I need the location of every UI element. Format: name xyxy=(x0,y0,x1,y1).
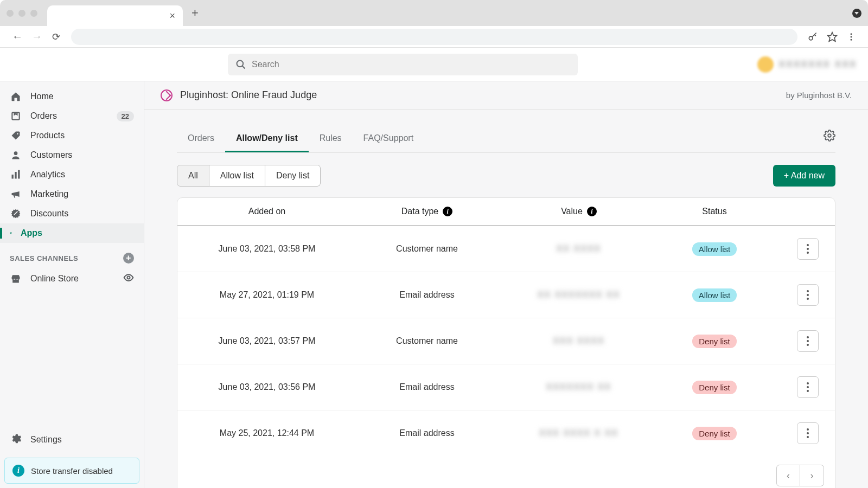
star-icon[interactable] xyxy=(822,31,842,42)
sidebar-item-analytics[interactable]: Analytics xyxy=(0,165,144,184)
sidebar-item-label: Products xyxy=(30,131,65,140)
cell-status: Deny list xyxy=(655,427,774,440)
filter-deny[interactable]: Deny list xyxy=(265,165,321,187)
col-value: Valuei xyxy=(503,207,655,216)
cell-value: XX XXXXXXX XX xyxy=(503,290,655,300)
sidebar-item-orders[interactable]: Orders 22 xyxy=(0,106,144,126)
svg-point-5 xyxy=(237,60,244,67)
new-tab-button[interactable]: + xyxy=(192,6,199,20)
address-bar[interactable] xyxy=(71,29,797,45)
content-area: Pluginhost: Online Fraud Judge by Plugin… xyxy=(144,81,868,488)
status-badge: Deny list xyxy=(692,381,737,394)
settings-label: Settings xyxy=(30,435,62,445)
key-icon[interactable] xyxy=(803,31,822,42)
back-button[interactable]: ← xyxy=(8,30,27,43)
info-icon[interactable]: i xyxy=(587,207,597,216)
sidebar-item-online-store[interactable]: Online Store xyxy=(0,268,144,290)
sidebar-item-label: Customers xyxy=(30,150,72,160)
cell-value: XXX XXXX X XX xyxy=(503,428,655,438)
status-badge: Deny list xyxy=(692,427,737,440)
sidebar-item-customers[interactable]: Customers xyxy=(0,145,144,165)
discount-icon xyxy=(10,208,22,219)
sidebar-item-label: Discounts xyxy=(30,209,68,219)
svg-point-3 xyxy=(851,36,852,37)
sidebar-item-marketing[interactable]: Marketing xyxy=(0,184,144,204)
sidebar-item-apps[interactable]: Apps xyxy=(0,223,144,243)
sidebar-item-discounts[interactable]: Discounts xyxy=(0,204,144,223)
store-transfer-banner[interactable]: i Store transfer disabled xyxy=(4,458,139,484)
sidebar-item-products[interactable]: Products xyxy=(0,126,144,145)
app-title: Pluginhost: Online Fraud Judge xyxy=(180,89,317,101)
cell-added-on: May 25, 2021, 12:44 PM xyxy=(183,428,351,438)
status-badge: Deny list xyxy=(692,335,737,348)
cell-value: XXXXXXX XX xyxy=(503,382,655,392)
gear-icon xyxy=(10,433,22,447)
row-actions-button[interactable] xyxy=(797,330,819,352)
app-tabs: Orders Allow/Deny list Rules FAQ/Support xyxy=(177,126,835,153)
filter-all[interactable]: All xyxy=(177,165,209,187)
store-transfer-text: Store transfer disabled xyxy=(31,466,113,476)
cell-data-type: Email address xyxy=(351,382,503,392)
window-controls xyxy=(7,10,37,17)
info-icon: i xyxy=(12,465,24,477)
menu-dots-icon[interactable] xyxy=(842,32,860,42)
svg-point-16 xyxy=(127,277,130,279)
sidebar-item-settings[interactable]: Settings xyxy=(0,426,144,453)
cell-status: Deny list xyxy=(655,335,774,348)
cell-data-type: Customer name xyxy=(351,244,503,254)
add-channel-button[interactable]: + xyxy=(123,253,134,264)
svg-rect-15 xyxy=(10,233,11,234)
store-icon xyxy=(10,273,22,284)
col-added-on: Added on xyxy=(183,207,351,216)
svg-rect-10 xyxy=(12,175,14,179)
search-input[interactable] xyxy=(252,60,570,69)
sidebar-section-sales-channels: SALES CHANNELS + xyxy=(0,243,144,268)
browser-tab[interactable]: × xyxy=(47,5,183,26)
next-page-button[interactable]: › xyxy=(800,465,824,486)
row-actions-button[interactable] xyxy=(797,376,819,398)
cell-value: XX XXXX xyxy=(503,244,655,254)
row-actions-button[interactable] xyxy=(797,422,819,444)
app-logo-icon xyxy=(161,89,173,101)
row-actions-button[interactable] xyxy=(797,284,819,306)
cell-added-on: June 03, 2021, 03:57 PM xyxy=(183,336,351,346)
tag-icon xyxy=(10,130,22,141)
tabs-dropdown-icon[interactable] xyxy=(852,9,861,18)
cell-status: Deny list xyxy=(655,381,774,394)
sidebar: Home Orders 22 Products Customers Analyt… xyxy=(0,81,144,488)
search-box[interactable] xyxy=(228,54,578,75)
table-header: Added on Data typei Valuei Status xyxy=(177,198,835,226)
table-row: May 25, 2021, 12:44 PMEmail addressXXX X… xyxy=(177,410,835,456)
pagination: ‹ › xyxy=(177,456,835,488)
tab-rules[interactable]: Rules xyxy=(309,126,353,152)
col-status: Status xyxy=(655,207,774,216)
info-icon[interactable]: i xyxy=(443,207,452,216)
add-new-button[interactable]: + Add new xyxy=(773,165,835,187)
reload-button[interactable]: ⟳ xyxy=(47,31,66,43)
orders-icon xyxy=(10,111,22,121)
status-badge: Allow list xyxy=(692,288,737,302)
app-developer: by Pluginhost B.V. xyxy=(786,91,852,100)
tab-allow-deny[interactable]: Allow/Deny list xyxy=(225,126,309,152)
close-tab-icon[interactable]: × xyxy=(169,10,175,22)
tab-orders[interactable]: Orders xyxy=(177,126,225,152)
eye-icon[interactable] xyxy=(123,272,134,285)
tab-faq[interactable]: FAQ/Support xyxy=(353,126,425,152)
cell-added-on: May 27, 2021, 01:19 PM xyxy=(183,290,351,300)
shopify-topbar: XXXXXXX XXX xyxy=(0,48,868,81)
svg-marker-1 xyxy=(828,32,837,41)
browser-tab-bar: × + xyxy=(0,0,868,26)
svg-point-0 xyxy=(809,36,813,40)
sidebar-item-home[interactable]: Home xyxy=(0,87,144,106)
forward-button[interactable]: → xyxy=(27,30,47,43)
svg-rect-12 xyxy=(18,170,20,179)
filter-allow[interactable]: Allow list xyxy=(209,165,265,187)
user-menu[interactable]: XXXXXXX XXX xyxy=(757,56,857,73)
app-settings-icon[interactable] xyxy=(824,130,835,149)
row-actions-button[interactable] xyxy=(797,238,819,260)
prev-page-button[interactable]: ‹ xyxy=(776,465,800,486)
cell-status: Allow list xyxy=(655,288,774,302)
svg-point-4 xyxy=(851,38,852,40)
sidebar-item-label: Orders xyxy=(30,111,57,121)
status-badge: Allow list xyxy=(692,242,737,256)
